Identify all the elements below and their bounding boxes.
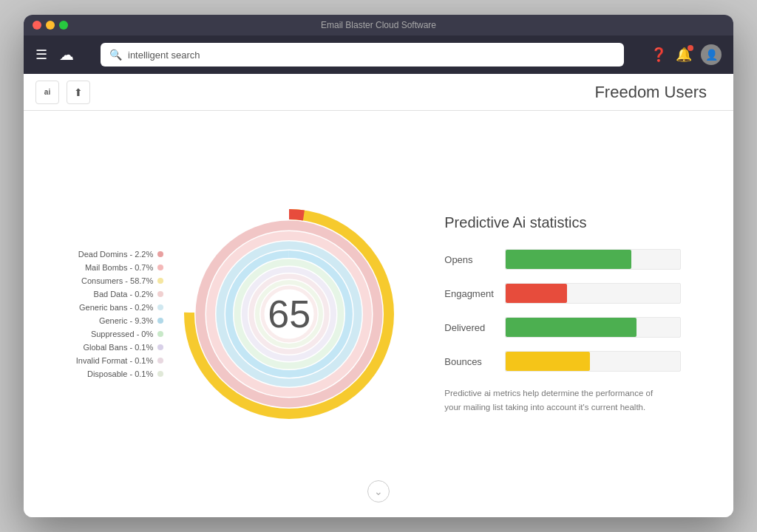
legend-item: Consumers - 58.7% — [76, 274, 164, 287]
title-bar: Email Blaster Cloud Software — [24, 15, 733, 35]
close-button[interactable] — [33, 21, 41, 30]
traffic-lights — [33, 21, 68, 30]
legend-dot — [157, 344, 163, 350]
ai-button[interactable]: ai — [35, 81, 59, 104]
legend-item: Invalid Format - 0.1% — [76, 354, 164, 367]
stats-description: Predictive ai metrics help determine the… — [444, 386, 666, 414]
legend-label: Disposable - 0.1% — [87, 366, 153, 382]
upload-icon: ⬆ — [74, 86, 83, 98]
stat-bar-container — [505, 283, 681, 304]
stat-label: Bounces — [444, 356, 496, 367]
legend-item: Suppressed - 0% — [76, 327, 164, 341]
page-title: Freedom Users — [594, 83, 722, 102]
legend-item: Mail Bombs - 0.7% — [76, 261, 164, 274]
stat-row: Engagment — [444, 283, 681, 304]
legend-dot — [157, 251, 163, 257]
stat-bar — [506, 250, 631, 269]
hamburger-icon[interactable]: ☰ — [35, 47, 47, 63]
secondary-toolbar: ai ⬆ Freedom Users — [24, 74, 733, 111]
stats-bars: Opens Engagment Delivered Bounces — [444, 249, 681, 372]
legend-item: Generic - 9.3% — [76, 314, 164, 327]
chart-section: Dead Domins - 2.2% Mail Bombs - 0.7% Con… — [76, 203, 401, 425]
scroll-down-button[interactable]: ⌄ — [367, 480, 390, 502]
toolbar-right: ❓ 🔔 👤 — [651, 44, 722, 65]
stat-bar — [506, 352, 589, 371]
stat-label: Delivered — [444, 322, 496, 333]
legend-dot — [157, 358, 163, 364]
stat-bar — [506, 284, 567, 303]
stats-title: Predictive Ai statistics — [444, 214, 681, 231]
stat-bar-container — [505, 317, 681, 338]
minimize-button[interactable] — [46, 21, 55, 30]
content-area: Dead Domins - 2.2% Mail Bombs - 0.7% Con… — [24, 111, 733, 517]
stat-bar — [506, 318, 637, 337]
notifications-icon[interactable]: 🔔 — [676, 47, 692, 63]
legend-item: Generic bans - 0.2% — [76, 301, 164, 314]
legend-dot — [157, 371, 163, 377]
legend-dot — [157, 331, 163, 337]
app-window: Email Blaster Cloud Software ☰ ☁ 🔍 ❓ 🔔 👤… — [24, 15, 733, 517]
main-layout: Dead Domins - 2.2% Mail Bombs - 0.7% Con… — [24, 111, 733, 517]
help-icon[interactable]: ❓ — [651, 47, 667, 63]
chart-legend: Dead Domins - 2.2% Mail Bombs - 0.7% Con… — [76, 248, 164, 381]
maximize-button[interactable] — [59, 21, 68, 30]
ai-icon: ai — [44, 88, 50, 96]
secondary-toolbar-left: ai ⬆ — [35, 81, 90, 104]
main-toolbar: ☰ ☁ 🔍 ❓ 🔔 👤 — [24, 35, 733, 74]
stat-bar-container — [505, 351, 681, 372]
cloud-icon[interactable]: ☁ — [59, 46, 74, 64]
legend-item: Bad Data - 0.2% — [76, 287, 164, 301]
legend-dot — [157, 318, 163, 324]
legend-dot — [157, 291, 163, 297]
stat-label: Opens — [444, 254, 496, 265]
stat-bar-container — [505, 249, 681, 270]
legend-item: Disposable - 0.1% — [76, 367, 164, 381]
stat-row: Bounces — [444, 351, 681, 372]
donut-chart: 65 — [178, 203, 400, 425]
chevron-down-icon: ⌄ — [374, 485, 383, 497]
legend-dot — [157, 265, 163, 270]
stat-row: Delivered — [444, 317, 681, 338]
donut-center-value: 65 — [268, 292, 310, 336]
window-title: Email Blaster Cloud Software — [321, 20, 436, 30]
legend-dot — [157, 278, 163, 284]
search-input[interactable] — [128, 50, 615, 61]
legend-item: Dead Domins - 2.2% — [76, 248, 164, 261]
legend-dot — [157, 304, 163, 310]
stat-row: Opens — [444, 249, 681, 270]
search-icon: 🔍 — [109, 49, 122, 61]
stat-label: Engagment — [444, 288, 496, 299]
avatar[interactable]: 👤 — [701, 44, 722, 65]
legend-item: Global Bans - 0.1% — [76, 341, 164, 354]
upload-button[interactable]: ⬆ — [67, 81, 90, 104]
stats-section: Predictive Ai statistics Opens Engagment… — [444, 214, 681, 414]
search-bar: 🔍 — [101, 43, 624, 66]
